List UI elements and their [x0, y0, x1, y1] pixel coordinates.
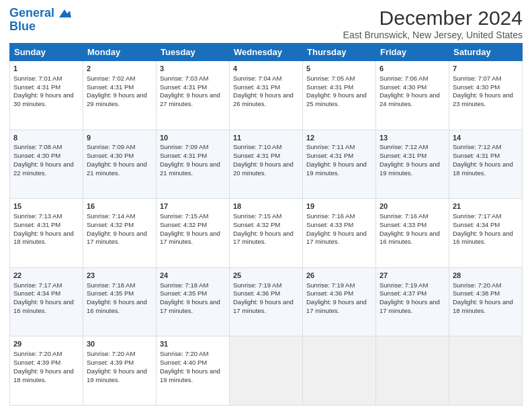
calendar-week-row: 22Sunrise: 7:17 AMSunset: 4:34 PMDayligh… — [10, 267, 523, 336]
day-info: Daylight: 9 hours and 16 minutes. — [87, 298, 152, 316]
day-info: Sunrise: 7:15 AM — [233, 212, 299, 221]
table-row: 11Sunrise: 7:10 AMSunset: 4:31 PMDayligh… — [230, 130, 303, 199]
table-row: 9Sunrise: 7:09 AMSunset: 4:30 PMDaylight… — [83, 130, 157, 199]
day-info: Daylight: 9 hours and 27 minutes. — [160, 91, 226, 109]
day-info: Sunrise: 7:12 AM — [453, 143, 519, 152]
day-info: Sunset: 4:31 PM — [233, 152, 299, 161]
logo: General Blue — [9, 7, 73, 34]
day-number: 20 — [380, 201, 445, 212]
day-info: Sunrise: 7:14 AM — [87, 212, 152, 221]
table-row: 4Sunrise: 7:04 AMSunset: 4:31 PMDaylight… — [230, 61, 303, 130]
calendar-week-row: 15Sunrise: 7:13 AMSunset: 4:31 PMDayligh… — [10, 199, 523, 268]
day-info: Sunset: 4:32 PM — [160, 221, 226, 230]
day-info: Daylight: 9 hours and 19 minutes. — [306, 161, 372, 178]
day-info: Sunrise: 7:09 AM — [87, 143, 152, 152]
table-row: 30Sunrise: 7:20 AMSunset: 4:39 PMDayligh… — [83, 336, 157, 406]
day-info: Sunrise: 7:05 AM — [306, 75, 372, 83]
title-section: December 2024 East Brunswick, New Jersey… — [343, 7, 523, 40]
day-info: Daylight: 9 hours and 17 minutes. — [160, 230, 226, 247]
day-number: 10 — [160, 133, 226, 143]
table-row: 19Sunrise: 7:16 AMSunset: 4:33 PMDayligh… — [303, 199, 376, 268]
table-row — [449, 336, 523, 406]
calendar-week-row: 8Sunrise: 7:08 AMSunset: 4:30 PMDaylight… — [10, 130, 523, 199]
table-row: 17Sunrise: 7:15 AMSunset: 4:32 PMDayligh… — [157, 199, 230, 268]
table-row: 23Sunrise: 7:18 AMSunset: 4:35 PMDayligh… — [83, 267, 157, 336]
day-info: Sunrise: 7:18 AM — [87, 281, 152, 290]
day-info: Sunset: 4:35 PM — [160, 289, 226, 298]
day-info: Sunrise: 7:19 AM — [306, 281, 372, 290]
col-sunday: Sunday — [10, 44, 83, 61]
day-info: Sunset: 4:31 PM — [160, 152, 226, 161]
day-info: Daylight: 9 hours and 21 minutes. — [87, 161, 152, 178]
day-info: Sunset: 4:33 PM — [306, 221, 372, 230]
subtitle: East Brunswick, New Jersey, United State… — [343, 30, 523, 40]
day-info: Daylight: 9 hours and 18 minutes. — [453, 298, 519, 316]
day-info: Sunset: 4:30 PM — [453, 83, 519, 92]
day-info: Daylight: 9 hours and 17 minutes. — [380, 298, 445, 316]
day-info: Sunrise: 7:16 AM — [380, 212, 445, 221]
day-info: Sunset: 4:31 PM — [13, 83, 79, 92]
day-info: Sunset: 4:34 PM — [13, 289, 79, 298]
day-info: Sunset: 4:34 PM — [453, 221, 519, 230]
logo-text: General — [9, 7, 73, 20]
table-row: 8Sunrise: 7:08 AMSunset: 4:30 PMDaylight… — [10, 130, 83, 199]
day-number: 19 — [306, 201, 372, 212]
day-number: 23 — [87, 271, 152, 281]
day-number: 7 — [453, 64, 519, 74]
day-info: Sunrise: 7:15 AM — [160, 212, 226, 221]
day-number: 27 — [380, 271, 445, 281]
day-info: Daylight: 9 hours and 17 minutes. — [306, 298, 372, 316]
day-info: Sunrise: 7:03 AM — [160, 75, 226, 83]
day-number: 29 — [13, 339, 79, 349]
table-row: 21Sunrise: 7:17 AMSunset: 4:34 PMDayligh… — [449, 199, 523, 268]
day-info: Sunrise: 7:07 AM — [453, 75, 519, 83]
calendar-week-row: 1Sunrise: 7:01 AMSunset: 4:31 PMDaylight… — [10, 61, 523, 130]
day-info: Sunrise: 7:01 AM — [13, 75, 79, 83]
day-info: Sunrise: 7:08 AM — [13, 143, 79, 152]
day-info: Daylight: 9 hours and 18 minutes. — [13, 230, 79, 247]
day-info: Sunrise: 7:20 AM — [160, 350, 226, 359]
day-info: Sunset: 4:31 PM — [453, 152, 519, 161]
day-info: Daylight: 9 hours and 30 minutes. — [13, 91, 79, 109]
day-info: Sunset: 4:30 PM — [380, 83, 445, 92]
day-info: Daylight: 9 hours and 22 minutes. — [13, 161, 79, 178]
day-info: Sunrise: 7:04 AM — [233, 75, 299, 83]
day-number: 12 — [306, 133, 372, 143]
day-info: Daylight: 9 hours and 16 minutes. — [453, 230, 519, 247]
day-number: 26 — [306, 271, 372, 281]
table-row: 15Sunrise: 7:13 AMSunset: 4:31 PMDayligh… — [10, 199, 83, 268]
col-tuesday: Tuesday — [157, 44, 230, 61]
day-info: Daylight: 9 hours and 17 minutes. — [160, 298, 226, 316]
day-info: Sunset: 4:31 PM — [233, 83, 299, 92]
day-info: Sunrise: 7:19 AM — [233, 281, 299, 290]
table-row — [230, 336, 303, 406]
table-row — [303, 336, 376, 406]
day-number: 2 — [87, 64, 152, 74]
day-info: Daylight: 9 hours and 24 minutes. — [380, 91, 445, 109]
table-row — [376, 336, 449, 406]
table-row: 22Sunrise: 7:17 AMSunset: 4:34 PMDayligh… — [10, 267, 83, 336]
day-info: Daylight: 9 hours and 21 minutes. — [160, 161, 226, 178]
day-info: Sunset: 4:33 PM — [380, 221, 445, 230]
day-info: Daylight: 9 hours and 17 minutes. — [87, 230, 152, 247]
day-info: Daylight: 9 hours and 19 minutes. — [87, 367, 152, 385]
day-number: 11 — [233, 133, 299, 143]
table-row: 26Sunrise: 7:19 AMSunset: 4:36 PMDayligh… — [303, 267, 376, 336]
table-row: 12Sunrise: 7:11 AMSunset: 4:31 PMDayligh… — [303, 130, 376, 199]
col-wednesday: Wednesday — [230, 44, 303, 61]
logo-bird-icon — [58, 8, 73, 19]
col-saturday: Saturday — [449, 44, 523, 61]
day-info: Sunrise: 7:06 AM — [380, 75, 445, 83]
day-info: Sunset: 4:30 PM — [13, 152, 79, 161]
col-monday: Monday — [83, 44, 157, 61]
day-number: 21 — [453, 201, 519, 212]
day-info: Sunrise: 7:20 AM — [87, 350, 152, 359]
day-info: Sunset: 4:37 PM — [380, 289, 445, 298]
day-number: 3 — [160, 64, 226, 74]
day-info: Sunrise: 7:12 AM — [380, 143, 445, 152]
day-info: Sunset: 4:31 PM — [380, 152, 445, 161]
main-title: December 2024 — [343, 7, 523, 30]
day-info: Sunset: 4:30 PM — [87, 152, 152, 161]
col-thursday: Thursday — [303, 44, 376, 61]
day-info: Sunset: 4:35 PM — [87, 289, 152, 298]
